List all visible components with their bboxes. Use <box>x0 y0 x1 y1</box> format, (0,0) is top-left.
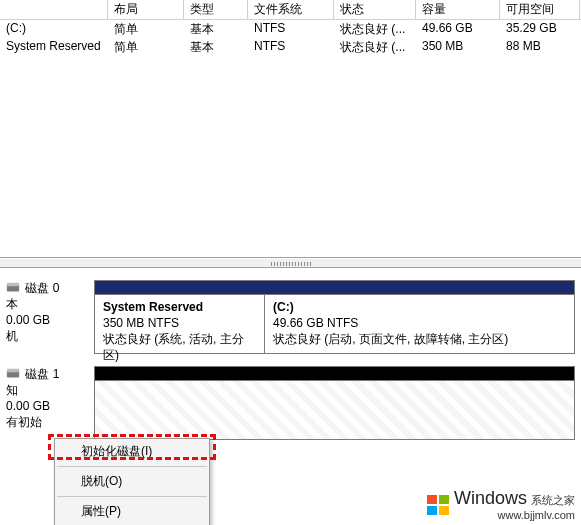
disk1-kind: 知 <box>6 382 88 398</box>
svg-point-5 <box>9 375 11 377</box>
col-filesystem[interactable]: 文件系统 <box>248 0 334 19</box>
disk1-title: 磁盘 1 <box>25 367 59 381</box>
cell-fs: NTFS <box>248 38 334 56</box>
menu-separator <box>57 496 207 497</box>
cell-layout: 简单 <box>108 38 184 56</box>
svg-rect-7 <box>439 495 449 504</box>
col-volume[interactable] <box>0 0 108 19</box>
cell-cap: 350 MB <box>416 38 500 56</box>
disk0-state: 机 <box>6 328 88 344</box>
cell-volume: System Reserved <box>0 38 108 56</box>
svg-rect-8 <box>427 506 437 515</box>
volume-list-pane: 布局 类型 文件系统 状态 容量 可用空间 (C:) 简单 基本 NTFS 状态… <box>0 0 581 258</box>
pane-splitter[interactable] <box>0 258 581 268</box>
part-line3: 状态良好 (启动, 页面文件, 故障转储, 主分区) <box>273 331 566 347</box>
table-row[interactable]: (C:) 简单 基本 NTFS 状态良好 (... 49.66 GB 35.29… <box>0 20 581 38</box>
cell-type: 基本 <box>184 38 248 56</box>
disk1-unallocated <box>95 381 574 439</box>
disk-row-0: 磁盘 0 本 0.00 GB 机 System Reserved 350 MB … <box>6 280 575 354</box>
cell-type: 基本 <box>184 20 248 38</box>
svg-rect-1 <box>7 283 19 287</box>
disk1-legend[interactable]: 磁盘 1 知 0.00 GB 有初始 <box>6 366 94 440</box>
part-line2: 350 MB NTFS <box>103 315 256 331</box>
disk1-header-bar <box>95 367 574 381</box>
partition-system-reserved[interactable]: System Reserved 350 MB NTFS 状态良好 (系统, 活动… <box>95 295 265 353</box>
disk0-map: System Reserved 350 MB NTFS 状态良好 (系统, 活动… <box>94 280 575 354</box>
menu-properties[interactable]: 属性(P) <box>55 499 209 524</box>
part-title: System Reserved <box>103 299 256 315</box>
disk-row-1: 磁盘 1 知 0.00 GB 有初始 <box>6 366 575 440</box>
col-layout[interactable]: 布局 <box>108 0 184 19</box>
cell-free: 88 MB <box>500 38 580 56</box>
part-title: (C:) <box>273 299 566 315</box>
disk0-size: 0.00 GB <box>6 312 88 328</box>
cell-cap: 49.66 GB <box>416 20 500 38</box>
part-line3: 状态良好 (系统, 活动, 主分区) <box>103 331 256 363</box>
cell-fs: NTFS <box>248 20 334 38</box>
cell-free: 35.29 GB <box>500 20 580 38</box>
disk1-map[interactable] <box>94 366 575 440</box>
disk1-state: 有初始 <box>6 414 88 430</box>
cell-status: 状态良好 (... <box>334 20 416 38</box>
cell-layout: 简单 <box>108 20 184 38</box>
grip-icon <box>271 262 311 266</box>
svg-rect-9 <box>439 506 449 515</box>
watermark-brand: Windows <box>454 488 527 508</box>
svg-rect-4 <box>7 369 19 373</box>
disk0-title: 磁盘 0 <box>25 281 59 295</box>
cell-volume: (C:) <box>0 20 108 38</box>
disk-icon <box>6 280 20 294</box>
part-line2: 49.66 GB NTFS <box>273 315 566 331</box>
menu-separator <box>57 466 207 467</box>
volume-list-header: 布局 类型 文件系统 状态 容量 可用空间 <box>0 0 581 20</box>
disk-icon <box>6 366 20 380</box>
col-freespace[interactable]: 可用空间 <box>500 0 580 19</box>
svg-rect-6 <box>427 495 437 504</box>
disk-context-menu: 初始化磁盘(I) 脱机(O) 属性(P) <box>54 438 210 525</box>
cell-status: 状态良好 (... <box>334 38 416 56</box>
disk1-size: 0.00 GB <box>6 398 88 414</box>
menu-initialize-disk[interactable]: 初始化磁盘(I) <box>55 439 209 464</box>
col-status[interactable]: 状态 <box>334 0 416 19</box>
watermark-sub: 系统之家 <box>531 494 575 506</box>
svg-point-2 <box>9 289 11 291</box>
windows-logo-icon <box>426 493 450 517</box>
col-capacity[interactable]: 容量 <box>416 0 500 19</box>
watermark: Windows系统之家 www.bjjmlv.com <box>426 488 575 521</box>
watermark-url: www.bjjmlv.com <box>454 509 575 521</box>
disk0-legend[interactable]: 磁盘 0 本 0.00 GB 机 <box>6 280 94 354</box>
disk-graphic-pane: 磁盘 0 本 0.00 GB 机 System Reserved 350 MB … <box>0 268 581 458</box>
partition-c[interactable]: (C:) 49.66 GB NTFS 状态良好 (启动, 页面文件, 故障转储,… <box>265 295 574 353</box>
table-row[interactable]: System Reserved 简单 基本 NTFS 状态良好 (... 350… <box>0 38 581 56</box>
col-type[interactable]: 类型 <box>184 0 248 19</box>
disk0-kind: 本 <box>6 296 88 312</box>
menu-offline[interactable]: 脱机(O) <box>55 469 209 494</box>
disk0-header-bar <box>95 281 574 295</box>
